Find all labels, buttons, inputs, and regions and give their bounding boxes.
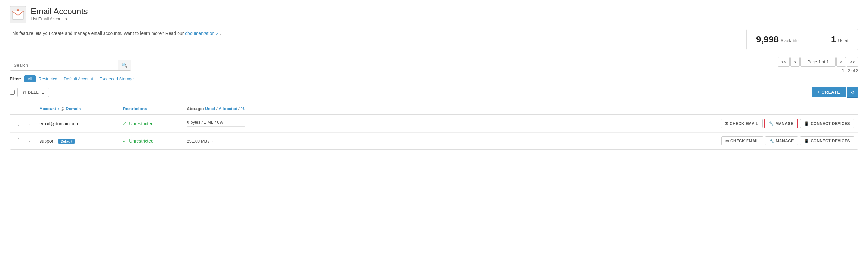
- stat-available: 9,998 Available: [756, 34, 799, 45]
- row1-storage-text: 0 bytes / 1 MB / 0%: [187, 120, 262, 125]
- filter-restricted[interactable]: Restricted: [36, 76, 61, 82]
- description-row: This feature lets you create and manage …: [10, 29, 858, 50]
- used-label: Used: [838, 38, 848, 43]
- row2-check-cell: [10, 133, 23, 150]
- row2-actions-cell: ✉ CHECK EMAIL 🔧 MANAGE 📱 CONNECT DEVICES: [266, 133, 858, 150]
- row1-account-cell: email@domain.com: [36, 115, 119, 133]
- row2-default-badge: Default: [58, 139, 75, 144]
- row2-account-name: support: [39, 138, 55, 143]
- row2-restriction-value: Unrestricted: [129, 138, 153, 143]
- pagination-first[interactable]: <<: [778, 57, 789, 67]
- col-header-account[interactable]: Account ↑ @ Domain: [36, 103, 119, 115]
- row2-storage-bar-container: 251.68 MB / ∞: [187, 139, 262, 143]
- page-title-block: Email Accounts List Email Accounts: [31, 6, 88, 21]
- search-box: 🔍: [10, 60, 131, 71]
- row2-manage-button[interactable]: 🔧 MANAGE: [765, 136, 798, 145]
- page-header: Email Accounts List Email Accounts: [10, 6, 858, 23]
- pagination-page-indicator[interactable]: Page 1 of 1: [800, 57, 836, 67]
- row1-expand-arrow[interactable]: ›: [27, 121, 32, 127]
- search-input[interactable]: [10, 60, 118, 70]
- table-row: › email@domain.com ✓ Unrestricted 0 byte…: [10, 115, 858, 133]
- col-header-restrictions[interactable]: Restrictions: [119, 103, 183, 115]
- row2-connect-devices-button[interactable]: 📱 CONNECT DEVICES: [800, 136, 854, 145]
- pagination-prev[interactable]: <: [790, 57, 800, 67]
- search-row: 🔍 << < Page 1 of 1 > >> 1 - 2 of 2: [10, 57, 858, 73]
- col-header-check: [10, 103, 23, 115]
- stat-used: 1 Used: [831, 34, 848, 45]
- gear-icon: ⚙: [851, 89, 855, 95]
- row1-restriction-value: Unrestricted: [129, 121, 153, 126]
- col-header-expand: [23, 103, 36, 115]
- select-all-checkbox[interactable]: [10, 89, 15, 95]
- available-number: 9,998: [756, 34, 779, 45]
- row2-expand-cell: ›: [23, 133, 36, 150]
- description-after: .: [220, 31, 221, 36]
- row2-restrictions-cell: ✓ Unrestricted: [119, 133, 183, 150]
- phone-icon-2: 📱: [804, 139, 809, 143]
- used-number: 1: [831, 34, 836, 45]
- filter-default-account[interactable]: Default Account: [61, 76, 96, 82]
- row1-storage-bar-container: 0 bytes / 1 MB / 0%: [187, 120, 262, 128]
- filter-label: Filter:: [10, 76, 21, 81]
- row1-actions-cell: ✉ CHECK EMAIL 🔧 MANAGE 📱 CONNECT DEVICES: [266, 115, 858, 133]
- stats-box: 9,998 Available 1 Used: [746, 29, 858, 50]
- row1-checkbox[interactable]: [14, 121, 19, 126]
- toolbar-row: 🗑 DELETE + CREATE ⚙: [10, 87, 858, 100]
- row1-manage-button[interactable]: 🔧 MANAGE: [765, 119, 798, 129]
- search-button[interactable]: 🔍: [118, 60, 131, 70]
- pagination-wrapper: << < Page 1 of 1 > >> 1 - 2 of 2: [778, 57, 858, 73]
- pagination-last[interactable]: >>: [846, 57, 858, 67]
- filter-all[interactable]: All: [24, 76, 35, 82]
- trash-icon: 🗑: [22, 90, 26, 95]
- toolbar-right: + CREATE ⚙: [812, 87, 858, 98]
- col-header-storage: Storage: Used / Allocated / %: [183, 103, 266, 115]
- toolbar-left: 🗑 DELETE: [10, 88, 49, 97]
- row2-checkbox[interactable]: [14, 138, 19, 143]
- available-label: Available: [780, 38, 799, 43]
- row2-action-buttons: ✉ CHECK EMAIL 🔧 MANAGE 📱 CONNECT DEVICES: [270, 136, 854, 145]
- col-header-actions: [266, 103, 858, 115]
- row2-check-email-label: CHECK EMAIL: [731, 139, 759, 143]
- wrench-icon: 🔧: [769, 121, 774, 126]
- row1-check-cell: [10, 115, 23, 133]
- email-icon-2: ✉: [725, 139, 729, 143]
- documentation-link[interactable]: documentation ↗: [185, 31, 220, 36]
- wrench-icon-2: 🔧: [769, 139, 774, 143]
- row1-action-buttons: ✉ CHECK EMAIL 🔧 MANAGE 📱 CONNECT DEVICES: [270, 119, 854, 129]
- row1-storage-cell: 0 bytes / 1 MB / 0%: [183, 115, 266, 133]
- row1-check-email-button[interactable]: ✉ CHECK EMAIL: [720, 119, 762, 128]
- row1-restrictions-cell: ✓ Unrestricted: [119, 115, 183, 133]
- row2-connect-label: CONNECT DEVICES: [811, 139, 850, 143]
- row1-storage-bar: [187, 126, 245, 128]
- row1-check-email-label: CHECK EMAIL: [730, 121, 758, 126]
- description-before: This feature lets you create and manage …: [10, 31, 184, 36]
- filter-row: Filter: All Restricted Default Account E…: [10, 76, 858, 82]
- row2-account-cell: support Default: [36, 133, 119, 150]
- email-icon: ✉: [725, 121, 728, 126]
- row2-check-email-button[interactable]: ✉ CHECK EMAIL: [721, 136, 763, 145]
- gear-dropdown-button[interactable]: ⚙: [847, 87, 858, 98]
- row2-check-icon: ✓: [123, 138, 127, 143]
- row1-connect-devices-button[interactable]: 📱 CONNECT DEVICES: [800, 119, 854, 128]
- row2-manage-label: MANAGE: [776, 139, 794, 143]
- row2-expand-arrow[interactable]: ›: [27, 138, 32, 144]
- row1-connect-label: CONNECT DEVICES: [811, 121, 850, 126]
- phone-icon: 📱: [804, 121, 809, 126]
- table-header-row: Account ↑ @ Domain Restrictions Storage:…: [10, 103, 858, 115]
- pagination-next[interactable]: >: [836, 57, 846, 67]
- delete-label: DELETE: [28, 90, 44, 95]
- row2-storage-cell: 251.68 MB / ∞: [183, 133, 266, 150]
- filter-exceeded-storage[interactable]: Exceeded Storage: [96, 76, 137, 82]
- create-button[interactable]: + CREATE: [812, 87, 846, 97]
- row1-account-name: email@domain.com: [39, 121, 79, 126]
- email-accounts-table: Account ↑ @ Domain Restrictions Storage:…: [10, 103, 858, 150]
- delete-button[interactable]: 🗑 DELETE: [17, 88, 49, 97]
- page-subtitle: List Email Accounts: [31, 17, 88, 21]
- row2-storage-text: 251.68 MB / ∞: [187, 139, 262, 143]
- description-text: This feature lets you create and manage …: [10, 29, 221, 36]
- table-row: › support Default ✓ Unrestricted 251.68 …: [10, 133, 858, 150]
- email-accounts-icon: [10, 6, 26, 23]
- page-title: Email Accounts: [31, 6, 88, 17]
- pagination: << < Page 1 of 1 > >>: [778, 57, 858, 67]
- row1-manage-label: MANAGE: [775, 121, 793, 126]
